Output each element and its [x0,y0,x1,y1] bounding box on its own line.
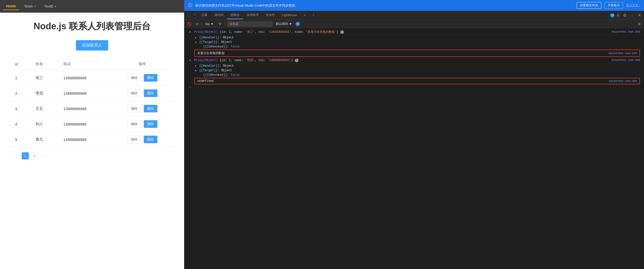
child-target-label-2: [[Target]]: Object [199,69,232,72]
tab-lighthouse[interactable]: Lighthouse [278,12,300,19]
cell-phone: 13888888888 [58,86,110,101]
child-target-1: ▶ [[Target]]: Object [184,40,644,44]
device-toolbar-icon[interactable]: 📱 [191,13,198,18]
edit-button[interactable]: 编辑 [127,135,141,143]
close-devtools-button[interactable]: ✕ [637,12,642,19]
app-content: Node.js 联系人列表管理后台 添加联系人 id 姓名 电话 操作 1 张三… [0,13,184,269]
info-badge-1[interactable]: i [340,30,344,34]
console-proxy-text-1: Proxy(Object) {id: 1, name: '张三', tel: '… [194,30,344,34]
tab-more[interactable]: » [300,12,309,19]
cell-id: 4 [10,116,31,132]
highlight-link-1[interactable]: AxiosTest.vue:346 [609,52,637,55]
page-1-button[interactable]: 1 [22,152,29,159]
child-isrevoked-2: [[IsRevoked]]: false [184,73,644,77]
settings-icon[interactable]: ⚙ [622,12,628,19]
devtools-info-bar: ⓘ 标识项目的根文件夹以打开Visual Studio Code中的源文件并同步… [184,0,644,11]
console-highlight-1: 未显示在表格的数据 AxiosTest.vue:346 [194,50,640,57]
child-isrevoked-label-2: [[IsRevoked]]: false [199,73,240,77]
cell-actions: 编辑 删除 [110,116,174,132]
nav-tab-testb[interactable]: TestB ▼ [41,3,60,10]
highlight-text-2: undefined [197,79,214,83]
frame-selector-dropdown[interactable]: top ▼ [204,22,215,26]
share-icon[interactable]: ⎘ [616,12,621,19]
tab-security[interactable]: 安全性 [262,11,278,19]
child-handler-2: ▶ [[Handler]]: Object [184,64,644,68]
cell-id: 1 [10,70,31,86]
highlight-link-2[interactable]: AxiosTest.vue:346 [609,80,637,83]
child-handler-label: [[Handler]]: Object [199,36,234,39]
edit-button[interactable]: 编辑 [127,74,141,82]
child-expand-arrow[interactable]: ▶ [195,41,197,44]
delete-button[interactable]: 删除 [144,105,157,112]
nav-tab-home[interactable]: Home [3,3,19,10]
cell-name: 李四 [31,86,58,101]
chevron-down-icon: ▼ [54,5,57,8]
source-link-1[interactable]: AxiosTest.vue:345 [612,30,640,34]
table-row: 3 王五 13888888888 编辑 删除 [10,101,174,116]
delete-button[interactable]: 删除 [144,120,157,128]
error-count-badge: 19 [610,13,614,18]
clear-console-button[interactable]: 🚫 [186,21,192,27]
tab-sources[interactable]: 源代码 [211,11,227,19]
inspect-element-icon[interactable]: ⬚ [186,13,191,18]
kebab-menu-icon[interactable]: ⋮ [629,12,635,19]
console-output: ▶ Proxy(Object) {id: 1, name: '张三', tel:… [184,28,644,269]
devtools-tabs-right: 19 ⎘ ⚙ ⋮ ✕ [610,12,642,19]
tab-add[interactable]: + [309,12,318,19]
show-more-link[interactable]: 显示更多 › [626,3,640,8]
eye-icon[interactable]: 👁 [217,21,223,27]
info-badge-2[interactable]: i [295,59,298,62]
expand-arrow-2[interactable]: ▶ [188,60,192,61]
devtools-tabs: ⬚ 📱 元素 源代码 控制台 应用程序 安全性 Lighthouse » + 1… [184,11,644,20]
delete-button[interactable]: 删除 [144,89,157,97]
chevron-down-icon: ▼ [211,22,214,26]
cell-name: 王五 [31,101,58,116]
dismiss-button[interactable]: 不再显示 [604,2,623,9]
cell-name: 刘八 [31,116,58,132]
console-row-proxy-2: ▶ Proxy(Object) {id: 2, name: '李四', tel:… [184,57,644,64]
add-contact-button[interactable]: 添加联系人 [76,40,108,51]
expand-arrow-1[interactable]: ▶ [188,31,192,33]
child-expand-arrow[interactable]: ▶ [195,69,197,72]
console-proxy-text-2: Proxy(Object) {id: 2, name: '李四', tel: '… [194,58,298,63]
nav-tab-testa[interactable]: TestA ▼ [21,3,39,10]
page-2-button[interactable]: 2 [31,152,38,159]
child-expand-arrow[interactable]: ▶ [195,36,197,39]
delete-button[interactable]: 删除 [144,136,157,143]
child-handler-1: ▶ [[Handler]]: Object [184,35,644,40]
chevron-down-icon: ▼ [34,5,36,8]
highlight-text-1: 未显示在表格的数据 [197,51,225,55]
console-prompt[interactable]: › [184,85,644,90]
left-panel: Home TestA ▼ TestB ▼ Node.js 联系人列表管理后台 添… [0,0,184,269]
cell-id: 5 [10,132,31,147]
devtools-info-text: 标识项目的根文件夹以打开Visual Studio Code中的源文件并同步更改… [195,3,574,8]
cell-phone: 13888888888 [58,116,110,132]
console-settings-icon[interactable]: ⚙ [637,21,642,27]
tab-elements[interactable]: 元素 [198,11,211,19]
edit-button[interactable]: 编辑 [127,105,141,113]
table-row: 4 刘八 13888888888 编辑 删除 [10,116,174,132]
prev-page-button[interactable]: ‹ [13,152,20,159]
pagination: ‹ 1 2 › [10,147,174,164]
cell-phone: 13888888888 [58,132,110,147]
set-root-folder-button[interactable]: 设置根文件夹 [577,2,601,9]
console-row-proxy-1: ▶ Proxy(Object) {id: 1, name: '张三', tel:… [184,29,644,35]
block-icon[interactable]: ⊘ [194,21,200,27]
edit-button[interactable]: 编辑 [127,120,141,128]
child-isrevoked-1: [[IsRevoked]]: false [184,44,644,49]
col-header-phone: 电话 [58,58,110,70]
log-level-dropdown[interactable]: 默认级别 ▼ [274,21,294,27]
delete-button[interactable]: 删除 [144,74,157,82]
issue-count-badge: 19 [295,22,300,26]
child-expand-arrow[interactable]: ▶ [195,64,197,67]
tab-console[interactable]: 控制台 [227,11,243,19]
source-link-2[interactable]: AxiosTest.vue:345 [612,58,640,62]
cell-phone: 13888888888 [58,101,110,116]
next-page-button[interactable]: › [40,152,47,159]
filter-input[interactable] [227,21,272,27]
edit-button[interactable]: 编辑 [127,89,141,97]
tab-application[interactable]: 应用程序 [243,11,262,19]
cell-name: 黄九 [31,132,58,147]
info-icon: ⓘ [188,3,192,8]
table-row: 2 李四 13888888888 编辑 删除 [10,86,174,101]
